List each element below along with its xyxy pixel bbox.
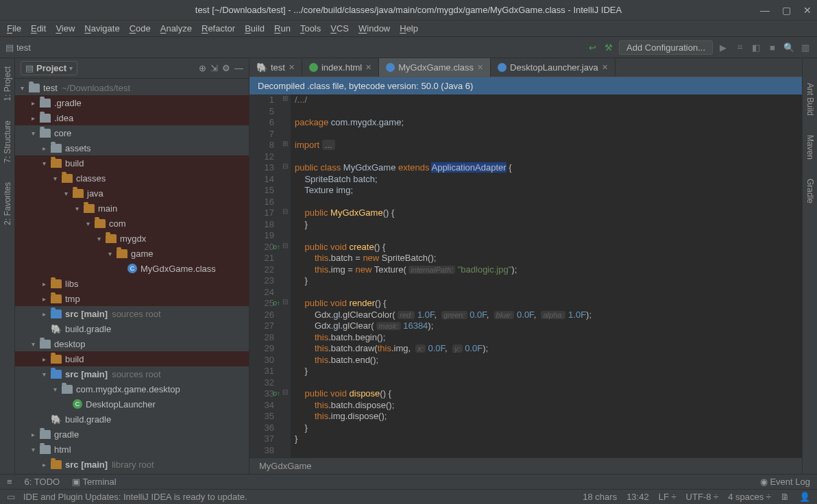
tab-close-icon[interactable]: ✕ (602, 63, 608, 72)
expand-icon[interactable]: ⇲ (210, 63, 218, 73)
code-breadcrumb[interactable]: MyGdxGame (249, 457, 802, 474)
editor-tab[interactable]: DesktopLauncher.java✕ (491, 58, 615, 77)
menu-build[interactable]: Build (245, 23, 265, 34)
menu-vcs[interactable]: VCS (330, 23, 349, 34)
window-title: test [~/Downloads/test] - .../core/build… (195, 5, 622, 15)
tree-item[interactable]: ▸libs (15, 276, 249, 291)
right-rail-maven[interactable]: Maven (804, 132, 816, 162)
menu-file[interactable]: File (7, 23, 21, 34)
todo-tab[interactable]: 6: TODO (25, 477, 60, 487)
tree-item[interactable]: ▾java (15, 186, 249, 201)
tree-item[interactable]: ▾com.mygdx.game.desktop (15, 381, 249, 396)
editor-tab[interactable]: MyGdxGame.class✕ (379, 58, 491, 77)
right-rail-ant-build[interactable]: Ant Build (804, 80, 816, 118)
menu-bar: FileEditViewNavigateCodeAnalyzeRefactorB… (0, 21, 817, 36)
tree-item[interactable]: ▸build (15, 351, 249, 366)
tree-item[interactable]: ▸src [main]library root (15, 457, 249, 472)
line-gutter[interactable]: 15678121314151617181920o↑2122232425o↑262… (249, 94, 280, 457)
status-bar: ▭ IDE and Plugin Updates: IntelliJ IDEA … (0, 489, 817, 504)
breadcrumb-project[interactable]: test (16, 42, 31, 53)
status-position: 13:42 (626, 492, 649, 502)
project-tree[interactable]: ▾test~/Downloads/test▸.gradle▸.idea▾core… (15, 79, 249, 474)
menu-run[interactable]: Run (274, 23, 291, 34)
bottom-toggle-icon[interactable]: ≡ (7, 477, 12, 487)
tree-item[interactable]: ▾src [main]sources root (15, 366, 249, 381)
coverage-icon[interactable]: ◧ (750, 42, 762, 53)
tree-item[interactable]: ▾core (15, 125, 249, 140)
collapse-panel-icon[interactable]: — (234, 63, 243, 73)
status-encoding[interactable]: UTF-8 ÷ (686, 492, 719, 502)
tree-item[interactable]: ▸src [main]sources root (15, 306, 249, 321)
left-rail-7--structure[interactable]: 7: Structure (1, 118, 14, 166)
tree-item[interactable]: ▾build (15, 155, 249, 171)
right-rail-gradle[interactable]: Gradle (804, 176, 816, 206)
close-icon[interactable]: ✕ (803, 5, 812, 16)
editor-tab[interactable]: 🐘test✕ (249, 58, 302, 77)
maximize-icon[interactable]: ▢ (782, 5, 791, 16)
tree-item[interactable]: CDesktopLauncher (15, 396, 249, 412)
tree-item[interactable]: 🐘build.gradle (15, 412, 249, 427)
tree-item[interactable]: ▾html (15, 442, 249, 457)
editor-tab[interactable]: index.html✕ (302, 58, 379, 77)
project-view-selector[interactable]: ▤ Project ▾ (21, 61, 77, 75)
menu-window[interactable]: Window (358, 23, 390, 34)
editor[interactable]: 15678121314151617181920o↑2122232425o↑262… (249, 94, 802, 457)
tree-item[interactable]: CMyGdxGame.class (15, 261, 249, 276)
left-rail-1--project[interactable]: 1: Project (1, 64, 14, 104)
tree-item[interactable]: ▾main (15, 201, 249, 216)
main-toolbar: ▤ test ↩ ⚒ Add Configuration... ▶ ⌗ ◧ ■ … (0, 36, 817, 58)
run-icon[interactable]: ▶ (717, 42, 729, 53)
menu-edit[interactable]: Edit (31, 23, 46, 34)
tab-close-icon[interactable]: ✕ (477, 63, 483, 72)
tree-item[interactable]: ▸.idea (15, 110, 249, 125)
tree-item[interactable]: 🐘build.gradle (15, 321, 249, 336)
code-area[interactable]: /.../ package com.mygdx.game; import ...… (291, 94, 802, 457)
minimize-icon[interactable]: — (760, 5, 770, 16)
status-line-ending[interactable]: LF ÷ (659, 492, 676, 502)
menu-code[interactable]: Code (130, 23, 151, 34)
toolbox-icon[interactable]: ▥ (799, 42, 812, 53)
fold-gutter[interactable]: ⊞⊞⊟⊟⊟⊟⊟ (280, 94, 291, 457)
debug-icon[interactable]: ⌗ (733, 42, 746, 53)
left-tool-rail: 1: Project7: Structure2: Favorites (0, 58, 15, 474)
memory-icon[interactable]: 🗎 (781, 492, 790, 502)
menu-analyze[interactable]: Analyze (160, 23, 192, 34)
terminal-tab[interactable]: ▣ Terminal (72, 477, 117, 487)
project-icon: ▤ (5, 42, 14, 53)
tree-item[interactable]: ▾mygdx (15, 231, 249, 246)
status-icon[interactable]: ▭ (7, 492, 15, 502)
menu-view[interactable]: View (56, 23, 75, 34)
bottom-tool-bar: ≡ 6: TODO ▣ Terminal ◉ Event Log (0, 474, 817, 489)
locate-icon[interactable]: ⊕ (199, 63, 206, 73)
tree-item[interactable]: ▸assets (15, 140, 249, 155)
status-chars: 18 chars (583, 492, 617, 502)
hammer-icon[interactable]: ⚒ (602, 42, 615, 53)
left-rail-2--favorites[interactable]: 2: Favorites (1, 179, 14, 228)
event-log-tab[interactable]: ◉ Event Log (760, 477, 810, 487)
tree-item[interactable]: ▾classes (15, 171, 249, 186)
inspections-icon[interactable]: 👤 (799, 492, 810, 502)
tree-item[interactable]: ▾game (15, 246, 249, 261)
tree-item[interactable]: ▾test~/Downloads/test (15, 80, 249, 95)
right-tool-rail: Ant BuildMavenGradle (802, 58, 817, 474)
menu-tools[interactable]: Tools (300, 23, 321, 34)
menu-refactor[interactable]: Refactor (202, 23, 235, 34)
tab-close-icon[interactable]: ✕ (365, 63, 371, 72)
status-indent[interactable]: 4 spaces ÷ (728, 492, 771, 502)
project-tool-window: ▤ Project ▾ ⊕ ⇲ ⚙ — ▾test~/Downloads/tes… (15, 58, 249, 474)
tree-item[interactable]: ▸gradle (15, 427, 249, 442)
tree-item[interactable]: ▾desktop (15, 336, 249, 351)
search-icon[interactable]: 🔍 (783, 42, 795, 53)
gear-icon[interactable]: ⚙ (222, 63, 230, 73)
add-configuration-button[interactable]: Add Configuration... (619, 40, 713, 55)
editor-tabs: 🐘test✕index.html✕MyGdxGame.class✕Desktop… (249, 58, 802, 77)
back-icon[interactable]: ↩ (586, 42, 598, 53)
menu-navigate[interactable]: Navigate (84, 23, 119, 34)
stop-icon[interactable]: ■ (766, 42, 779, 53)
tab-close-icon[interactable]: ✕ (289, 63, 295, 72)
tree-item[interactable]: ▸tmp (15, 291, 249, 306)
window-titlebar: test [~/Downloads/test] - .../core/build… (0, 0, 817, 21)
menu-help[interactable]: Help (400, 23, 418, 34)
tree-item[interactable]: ▾com (15, 216, 249, 231)
tree-item[interactable]: ▸.gradle (15, 95, 249, 110)
